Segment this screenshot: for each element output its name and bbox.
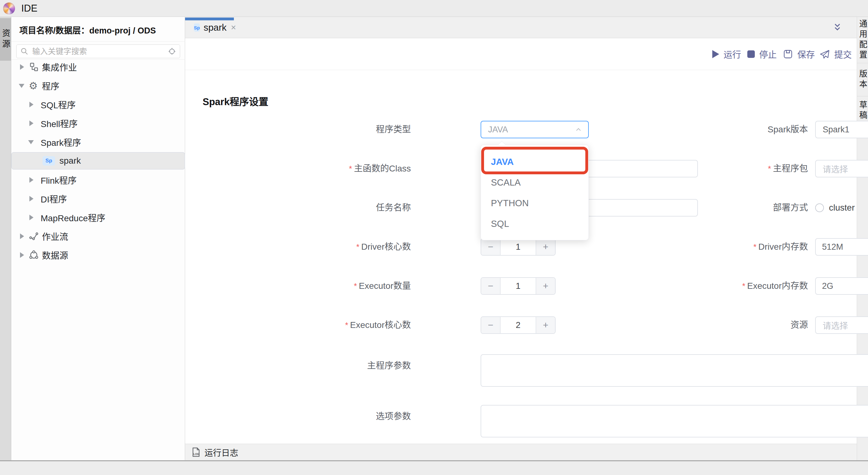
submit-icon [819, 49, 830, 59]
expand-arrow-icon[interactable] [29, 120, 33, 126]
run-button[interactable]: 运行 [712, 38, 741, 70]
double-chevron-down-icon [832, 22, 843, 33]
integration-icon [29, 62, 39, 72]
tree-item-spark-programs[interactable]: Spark程序 [11, 133, 185, 151]
radio-cluster[interactable]: cluster [815, 203, 855, 213]
resource-select[interactable]: 请选择 [815, 316, 868, 334]
resource-label: 资源 [654, 316, 808, 334]
main-args-label: 主程序参数 [257, 355, 411, 373]
driver-memory-label: *Driver内存数 [654, 238, 808, 256]
main-class-label: *主函数的Class [257, 160, 411, 177]
tree-item-shell-programs[interactable]: Shell程序 [11, 114, 185, 132]
explorer-panel: 项目名称/数据层：demo-proj / ODS 集成作业 ⚙ 程序 [11, 17, 185, 460]
tree-item-integration-jobs[interactable]: 集成作业 [11, 58, 185, 76]
increment-button[interactable]: + [536, 278, 555, 294]
gear-icon: ⚙ [29, 81, 38, 90]
stop-button[interactable]: 停止 [747, 38, 777, 70]
executor-count-label: *Executor数量 [257, 277, 411, 295]
dropdown-option-scala[interactable]: SCALA [481, 172, 588, 193]
expand-arrow-icon[interactable] [29, 177, 33, 183]
form-title: Spark程序设置 [203, 94, 268, 108]
driver-memory-input[interactable] [815, 238, 868, 256]
window-bottom-strip [0, 460, 868, 475]
save-icon [783, 49, 793, 59]
search-input[interactable] [32, 47, 168, 56]
main-args-textarea[interactable] [480, 354, 868, 387]
task-name-label: 任务名称 [257, 199, 411, 216]
expand-arrow-icon[interactable] [29, 102, 33, 107]
tree-item-datasources[interactable]: 数据源 [11, 246, 185, 264]
left-rail: 资源 [0, 17, 11, 475]
executor-memory-input[interactable] [815, 277, 868, 295]
tab-label: spark [204, 22, 226, 33]
dropdown-option-python[interactable]: PYTHON [481, 193, 588, 213]
stop-icon [747, 50, 755, 58]
executor-count-stepper: − 1 + [480, 277, 556, 295]
driver-cores-stepper: − 1 + [480, 238, 556, 256]
datasource-icon [29, 250, 39, 260]
collapse-arrow-icon[interactable] [28, 140, 34, 144]
submit-button[interactable]: 提交 [819, 38, 852, 70]
expand-arrow-icon[interactable] [20, 64, 24, 70]
log-file-icon: LOG [191, 447, 201, 457]
dropdown-option-sql[interactable]: SQL [481, 213, 588, 234]
decrement-button[interactable]: − [481, 239, 501, 255]
stepper-value[interactable]: 2 [501, 317, 536, 333]
tab-versions[interactable]: 版本 [857, 63, 868, 96]
tab-strip: Sp spark × [185, 17, 857, 38]
main-package-label: *主程序包 [654, 160, 808, 177]
rail-tab-resources[interactable]: 资源 [0, 18, 11, 61]
increment-button[interactable]: + [536, 317, 555, 333]
expand-arrow-icon[interactable] [20, 233, 24, 239]
top-bar: IDE [0, 0, 868, 17]
collapse-arrow-icon[interactable] [19, 84, 24, 88]
driver-cores-label: *Driver核心数 [257, 238, 411, 256]
deploy-mode-radio-group: cluster client local [815, 199, 868, 216]
executor-cores-stepper: − 2 + [480, 316, 556, 334]
tree-item-mapreduce-programs[interactable]: MapReduce程序 [11, 208, 185, 227]
dropdown-option-java[interactable]: JAVA [481, 151, 588, 172]
project-breadcrumb: 项目名称/数据层：demo-proj / ODS [20, 24, 156, 36]
close-tab-icon[interactable]: × [231, 23, 236, 33]
spark-badge-icon: Sp [194, 24, 200, 32]
decrement-button[interactable]: − [481, 317, 501, 333]
decrement-button[interactable]: − [481, 278, 501, 294]
collapse-panel-button[interactable] [831, 21, 844, 34]
tree-item-programs[interactable]: ⚙ 程序 [11, 77, 185, 95]
search-icon [20, 47, 28, 55]
tree-item-di-programs[interactable]: DI程序 [11, 189, 185, 208]
editor-tab-spark[interactable]: Sp spark × [185, 17, 234, 38]
expand-arrow-icon[interactable] [29, 215, 33, 220]
spark-settings-form: Spark程序设置 程序类型 JAVA Spark版本 Spark1 *主函数的… [185, 70, 857, 444]
spark-badge-icon: Sp [42, 156, 55, 166]
app-title: IDE [21, 3, 37, 14]
option-args-textarea[interactable] [480, 405, 868, 438]
tree-search [16, 44, 180, 58]
chevron-up-icon [575, 125, 583, 133]
increment-button[interactable]: + [536, 239, 555, 255]
expand-arrow-icon[interactable] [29, 196, 33, 202]
program-type-label: 程序类型 [257, 121, 411, 138]
run-log-bar[interactable]: LOG 运行日志 [185, 444, 857, 460]
tree-item-workflows[interactable]: 作业流 [11, 227, 185, 245]
active-tab-indicator [185, 18, 234, 20]
stepper-value[interactable]: 1 [501, 239, 536, 255]
program-type-dropdown: JAVA SCALA PYTHON SQL [480, 145, 589, 240]
tree-item-spark-selected[interactable]: Sp spark [11, 152, 185, 170]
expand-arrow-icon[interactable] [20, 252, 24, 258]
stepper-value[interactable]: 1 [501, 278, 536, 294]
main-package-select[interactable]: 请选择 [815, 160, 868, 177]
spark-version-label: Spark版本 [654, 121, 808, 138]
tree-item-flink-programs[interactable]: Flink程序 [11, 171, 185, 189]
radio-icon [815, 203, 824, 212]
app-logo-icon [3, 2, 15, 14]
workflow-icon [29, 231, 39, 241]
save-button[interactable]: 保存 [783, 38, 815, 70]
play-icon [712, 50, 719, 58]
tab-general-config[interactable]: 通用配置 [857, 17, 868, 63]
locate-icon[interactable] [168, 47, 176, 55]
tree-item-sql-programs[interactable]: SQL程序 [11, 95, 185, 114]
program-type-select[interactable]: JAVA [480, 121, 589, 138]
spark-version-select[interactable]: Spark1 [815, 121, 868, 138]
ide-window: IDE 资源 项目名称/数据层：demo-proj / ODS 集成作业 [0, 0, 868, 475]
